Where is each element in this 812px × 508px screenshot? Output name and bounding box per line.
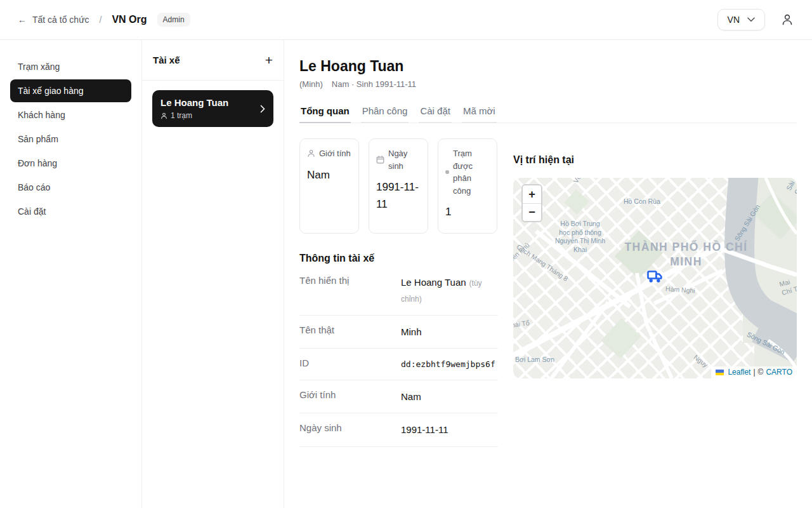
tab-ma-moi[interactable]: Mã mời xyxy=(462,102,497,123)
drivers-panel: Tài xế + Le Hoang Tuan 1 trạm xyxy=(142,40,284,508)
person-icon xyxy=(307,149,315,157)
truck-icon xyxy=(647,271,664,283)
role-badge: Admin xyxy=(157,13,190,27)
locale-value: VN xyxy=(728,15,740,25)
breadcrumb: ← Tất cả tổ chức / VN Org Admin xyxy=(18,13,190,27)
card-birthdate: Ngày sinh 1991-11-11 xyxy=(369,138,428,234)
driver-item-name: Le Hoang Tuan xyxy=(160,97,228,108)
tab-cai-dat[interactable]: Cài đặt xyxy=(419,102,452,123)
add-driver-button[interactable]: + xyxy=(265,53,273,67)
card-label: Ngày sinh xyxy=(388,147,421,172)
sidebar-item-khach-hang[interactable]: Khách hàng xyxy=(10,104,131,126)
back-arrow-icon: ← xyxy=(18,15,27,25)
org-name: VN Org xyxy=(112,14,147,25)
location-column: Vị trí hiện tại xyxy=(513,138,797,447)
main-content: Le Hoang Tuan (Minh) Nam · Sinh 1991-11-… xyxy=(284,40,812,508)
sidebar-item-tai-xe-giao-hang[interactable]: Tài xế giao hàng xyxy=(10,79,131,102)
info-value: dd:ezbhtf9wemjbps6f xyxy=(401,358,495,371)
card-value: Nam xyxy=(307,166,351,184)
drivers-panel-title: Tài xế xyxy=(153,55,180,65)
attribution-separator: | xyxy=(753,368,755,377)
leaflet-link[interactable]: Leaflet xyxy=(728,368,750,377)
driver-info-title: Thông tin tài xế xyxy=(299,253,498,264)
card-label: Trạm được phân công xyxy=(453,147,490,197)
card-value: 1 xyxy=(445,203,490,220)
driver-header: Le Hoang Tuan (Minh) Nam · Sinh 1991-11-… xyxy=(299,40,797,89)
tab-tong-quan[interactable]: Tổng quan xyxy=(299,102,351,123)
sidebar-item-don-hang[interactable]: Đơn hàng xyxy=(10,152,131,175)
zoom-in-button[interactable]: + xyxy=(523,185,541,203)
zoom-out-button[interactable]: − xyxy=(523,203,541,221)
calendar-icon xyxy=(376,156,384,164)
card-label: Giới tính xyxy=(319,147,351,160)
info-value: Le Hoang Tuan xyxy=(401,277,466,288)
info-row-birthdate: Ngày sinh 1991-11-11 xyxy=(299,413,498,447)
sidebar: Trạm xăng Tài xế giao hàng Khách hàng Sả… xyxy=(0,40,142,508)
info-row-real-name: Tên thật Minh xyxy=(299,316,498,349)
driver-alias: (Minh) xyxy=(299,79,323,89)
info-value: Minh xyxy=(401,324,422,340)
chevron-down-icon xyxy=(747,17,755,22)
card-gender: Giới tính Nam xyxy=(299,138,359,234)
stat-cards: Giới tính Nam xyxy=(299,138,498,234)
drivers-list: Le Hoang Tuan 1 trạm xyxy=(142,81,284,137)
topbar-actions: VN xyxy=(717,9,794,30)
user-icon xyxy=(780,13,794,27)
copyright-sign: © xyxy=(758,368,764,377)
map-zoom-control: + − xyxy=(521,184,542,222)
drivers-panel-header: Tài xế + xyxy=(142,40,284,81)
truck-marker[interactable] xyxy=(647,271,664,286)
chevron-right-icon xyxy=(260,105,265,113)
driver-info-table: Tên hiển thị Le Hoang Tuan(tùy chỉnh) Tê… xyxy=(299,266,498,447)
carto-link[interactable]: CARTO xyxy=(766,368,792,377)
card-assigned-stations: Trạm được phân công 1 xyxy=(438,138,497,234)
current-location-title: Vị trí hiện tại xyxy=(513,154,797,166)
dot-icon xyxy=(445,170,449,174)
top-bar: ← Tất cả tổ chức / VN Org Admin VN xyxy=(0,0,812,40)
info-label: Tên thật xyxy=(299,324,401,335)
info-value: 1991-11-11 xyxy=(401,422,449,438)
tab-phan-cong[interactable]: Phân công xyxy=(361,102,409,123)
sidebar-item-san-pham[interactable]: Sản phẩm xyxy=(10,128,131,150)
info-row-id: ID dd:ezbhtf9wemjbps6f xyxy=(299,349,498,380)
breadcrumb-separator: / xyxy=(100,15,102,25)
back-to-orgs-link[interactable]: ← Tất cả tổ chức xyxy=(18,15,89,25)
info-label: Tên hiển thị xyxy=(299,275,401,286)
info-value: Nam xyxy=(401,389,421,405)
overview-column: Giới tính Nam xyxy=(299,138,498,447)
info-row-display-name: Tên hiển thị Le Hoang Tuan(tùy chỉnh) xyxy=(299,266,498,316)
leaflet-map[interactable]: Võ Thị Sáu Hồ Con Rùa Hồ Bơi Trung học p… xyxy=(513,178,797,378)
sidebar-item-tram-xang[interactable]: Trạm xăng xyxy=(10,55,131,78)
info-label: Giới tính xyxy=(299,389,401,400)
driver-list-item[interactable]: Le Hoang Tuan 1 trạm xyxy=(152,90,273,127)
sidebar-item-cai-dat[interactable]: Cài đặt xyxy=(10,200,131,223)
tab-bar: Tổng quan Phân công Cài đặt Mã mời xyxy=(299,102,797,123)
person-icon xyxy=(160,112,167,119)
back-label: Tất cả tổ chức xyxy=(32,15,89,25)
sidebar-item-bao-cao[interactable]: Báo cáo xyxy=(10,176,131,199)
info-row-gender: Giới tính Nam xyxy=(299,380,498,414)
driver-item-meta: 1 trạm xyxy=(171,111,192,120)
info-label: ID xyxy=(299,358,401,368)
ukraine-flag-icon xyxy=(716,370,724,375)
card-value: 1991-11-11 xyxy=(376,178,421,213)
driver-subtitle: (Minh) Nam · Sinh 1991-11-11 xyxy=(299,79,797,89)
page-title: Le Hoang Tuan xyxy=(299,58,797,75)
locale-selector[interactable]: VN xyxy=(717,9,765,30)
map-attribution: Leaflet | © CARTO xyxy=(711,366,797,378)
driver-summary: Nam · Sinh 1991-11-11 xyxy=(332,79,416,89)
info-label: Ngày sinh xyxy=(299,422,401,433)
user-menu-button[interactable] xyxy=(780,13,794,27)
